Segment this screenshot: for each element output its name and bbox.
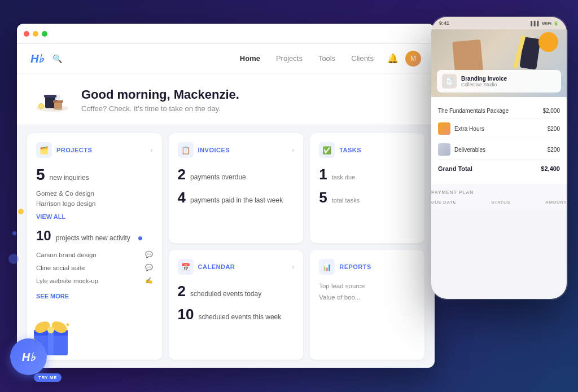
nav-clients[interactable]: Clients <box>351 54 374 63</box>
paid-count: 4 <box>178 189 186 206</box>
activity-item-2-name[interactable]: Lyle website mock-up <box>36 278 98 284</box>
overdue-label: payments overdue <box>190 173 246 181</box>
svg-point-5 <box>54 108 63 110</box>
calendar-card-header: 📅 CALENDAR › <box>178 259 295 275</box>
svg-point-14 <box>47 327 54 333</box>
line-0-name: The Fundamentals Package <box>438 108 509 114</box>
invoice-title-block: Branding Invoice Collective Studio <box>461 76 507 87</box>
grand-total-label: Grand Total <box>438 165 472 172</box>
overdue-stat: 2 payments overdue <box>178 166 295 183</box>
hero-illustration <box>33 85 72 116</box>
nav-projects[interactable]: Projects <box>276 54 303 63</box>
view-all-link[interactable]: VIEW ALL <box>36 213 153 220</box>
invoice-company: Collective Studio <box>461 82 507 87</box>
nav-links: Home Projects Tools Clients <box>240 54 374 63</box>
signature-icon: ✍️ <box>145 277 153 284</box>
tasks-title: TASKS <box>339 147 361 153</box>
invoice-line-1: Extra Hours $200 <box>438 118 560 139</box>
activity-header: 10 projects with new activity <box>36 228 153 244</box>
line-1-amount: $200 <box>548 126 560 132</box>
close-button[interactable] <box>24 31 29 37</box>
hb-logo-circle: H♭ <box>10 338 47 375</box>
search-icon[interactable]: 🔍 <box>52 54 62 63</box>
activity-item-1-name[interactable]: Cline social suite <box>36 265 85 271</box>
reports-title-group: 📊 REPORTS <box>319 259 371 275</box>
activity-indicator <box>138 236 142 240</box>
inquiry-list: Gomez & Co design Harrison logo design <box>36 188 153 209</box>
overdue-count: 2 <box>178 166 186 183</box>
wifi-icon: WiFi <box>542 21 551 26</box>
total-tasks-stat: 5 total tasks <box>319 189 415 206</box>
invoices-title-group: 📋 INVOICES <box>178 142 230 158</box>
calendar-icon: 📅 <box>178 259 194 275</box>
invoice-name: Branding Invoice <box>461 76 507 82</box>
total-tasks-count: 5 <box>319 189 327 206</box>
phone-time: 9:41 <box>439 20 449 26</box>
notifications-icon[interactable]: 🔔 <box>387 53 399 64</box>
reports-line-0: Top lead source <box>319 283 415 289</box>
projects-arrow-icon[interactable]: › <box>151 146 153 154</box>
reports-line-1: Value of boo... <box>319 294 415 301</box>
inquiry-item-1[interactable]: Harrison logo design <box>36 199 153 209</box>
subtitle-text: Coffee? Check. It's time to take on the … <box>81 104 239 113</box>
inquiries-label: new inquiries <box>50 174 89 182</box>
phone-status-bar: 9:41 ▌▌▌ WiFi 🔋 <box>431 17 567 29</box>
navbar: H♭ 🔍 Home Projects Tools Clients 🔔 M <box>17 44 435 73</box>
inquiry-item-0[interactable]: Gomez & Co design <box>36 188 153 199</box>
activity-item-2: Lyle website mock-up ✍️ <box>36 274 153 287</box>
grand-total-row: Grand Total $2,400 <box>438 160 560 177</box>
projects-title-group: 🗂️ PROJECTS <box>36 142 92 158</box>
battery-icon: 🔋 <box>553 21 559 26</box>
greeting-text: Good morning, Mackenzie. <box>81 87 239 102</box>
invoice-line-0: The Fundamentals Package $2,000 <box>438 104 560 118</box>
see-more-link[interactable]: SEE MORE <box>36 293 153 299</box>
reports-icon: 📊 <box>319 259 335 275</box>
try-me-badge[interactable]: TRY ME <box>34 373 62 382</box>
pp-col-1: STATUS <box>491 200 510 205</box>
line-1-thumbnail <box>438 122 450 135</box>
orange-decoration <box>538 32 558 52</box>
nav-tools[interactable]: Tools <box>318 54 335 63</box>
invoices-arrow-icon[interactable]: › <box>292 146 294 154</box>
activity-item-0: Carson brand design 💬 <box>36 248 153 261</box>
browser-window: H♭ 🔍 Home Projects Tools Clients 🔔 M <box>17 24 435 368</box>
calendar-title: CALENDAR <box>198 263 235 270</box>
fullscreen-button[interactable] <box>42 31 47 37</box>
dot-yellow-1 <box>18 209 24 214</box>
invoice-overlay: 📄 Branding Invoice Collective Studio <box>437 70 561 93</box>
nav-home[interactable]: Home <box>240 54 260 63</box>
invoices-card-header: 📋 INVOICES › <box>178 142 295 158</box>
line-2-amount: $200 <box>548 147 560 153</box>
phone-photo: 📄 Branding Invoice Collective Studio <box>431 29 567 97</box>
pp-col-2: AMOUNT <box>545 200 567 205</box>
svg-rect-4 <box>53 100 63 103</box>
phone-overlay: 9:41 ▌▌▌ WiFi 🔋 📄 Branding Invoice Colle… <box>431 17 567 299</box>
line-1-with-img: Extra Hours <box>438 122 484 135</box>
paid-label: payments paid in the last week <box>190 196 283 204</box>
reports-card: 📊 REPORTS Top lead source Value of boo..… <box>310 250 424 360</box>
user-avatar[interactable]: M <box>405 51 421 67</box>
app-logo: H♭ <box>30 52 43 65</box>
svg-text:✦: ✦ <box>65 321 71 329</box>
calendar-arrow-icon[interactable]: › <box>292 263 294 271</box>
phone-signal: ▌▌▌ WiFi 🔋 <box>531 21 559 26</box>
line-2-with-img: Deliverables <box>438 143 485 156</box>
activity-item-1: Cline social suite 💬 <box>36 261 153 274</box>
invoices-title: INVOICES <box>198 147 230 153</box>
line-2-name: Deliverables <box>454 147 485 153</box>
activity-count: 10 <box>36 228 51 244</box>
projects-title: PROJECTS <box>56 147 92 153</box>
hb-logo-text: H♭ <box>22 350 35 364</box>
hero-text: Good morning, Mackenzie. Coffee? Check. … <box>81 87 239 113</box>
events-today-stat: 2 scheduled events today <box>178 283 295 300</box>
svg-rect-2 <box>44 95 56 98</box>
tasks-card-header: ✅ TASKS <box>319 142 415 158</box>
dot-blue-1 <box>12 231 16 235</box>
payment-plan-section: PAYMENT PLAN DUE DATE STATUS AMOUNT <box>431 184 567 210</box>
invoices-icon: 📋 <box>178 142 194 158</box>
activity-item-0-name[interactable]: Carson brand design <box>36 252 97 258</box>
grand-total-amount: $2,400 <box>541 165 560 172</box>
minimize-button[interactable] <box>33 31 38 37</box>
browser-chrome <box>17 24 435 44</box>
events-week-count: 10 <box>178 306 194 323</box>
